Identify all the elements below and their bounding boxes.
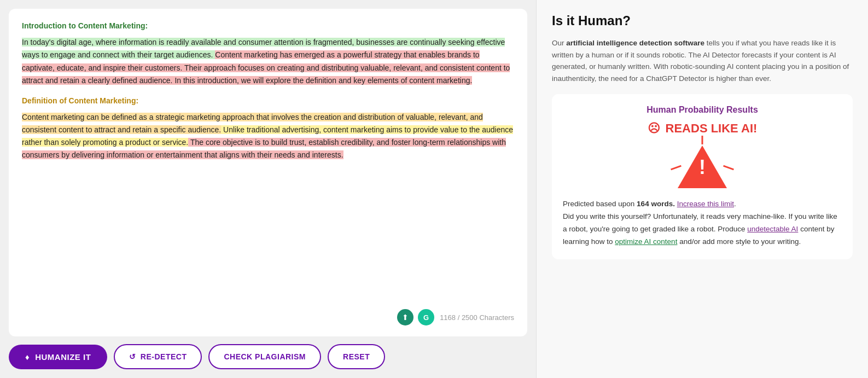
increase-limit-link[interactable]: Increase this limit xyxy=(677,200,734,208)
probability-section: Human Probability Results ☹ READS LIKE A… xyxy=(552,94,853,259)
optimize-ai-link[interactable]: optimize AI content xyxy=(615,237,677,246)
humanize-label: HUMANIZE IT xyxy=(35,352,91,362)
text-content: Introduction to Content Marketing: In to… xyxy=(22,20,514,305)
tool-icons: ⬆ G xyxy=(397,309,434,325)
check-plagiarism-button[interactable]: CHECK PLAGIARISM xyxy=(208,344,321,369)
dash-top xyxy=(702,136,703,144)
paragraph1-heading: Introduction to Content Marketing: xyxy=(22,20,514,32)
right-panel: Is it Human? Our artificial intelligence… xyxy=(536,0,868,378)
bottom-buttons: ♦ HUMANIZE IT ↺ RE-DETECT CHECK PLAGIARI… xyxy=(9,344,527,369)
plagiarism-label: CHECK PLAGIARISM xyxy=(224,352,306,361)
reads-like-ai-badge: ☹ READS LIKE AI! xyxy=(648,121,758,136)
reset-label: RESET xyxy=(343,352,370,361)
paragraph2-body: Content marketing can be defined as a st… xyxy=(22,111,514,161)
warning-triangle-wrapper: ! xyxy=(678,146,727,188)
character-count: 1168 / 2500 Characters xyxy=(440,313,514,322)
left-panel: Introduction to Content Marketing: In to… xyxy=(0,0,536,378)
robot-emoji: ☹ xyxy=(648,121,660,136)
redetect-button[interactable]: ↺ RE-DETECT xyxy=(114,344,202,369)
text-editor-container: Introduction to Content Marketing: In to… xyxy=(9,9,527,336)
char-count-row: ⬆ G 1168 / 2500 Characters xyxy=(22,309,514,325)
undetectable-ai-link[interactable]: undetectable AI xyxy=(747,225,798,233)
paragraph2-heading: Definition of Content Marketing: xyxy=(22,95,514,107)
right-title: Is it Human? xyxy=(552,13,853,28)
probability-title: Human Probability Results xyxy=(646,105,758,115)
warning-icon-container: ! xyxy=(675,142,730,191)
reads-like-ai-label: READS LIKE AI! xyxy=(666,121,758,136)
exclamation-mark: ! xyxy=(699,158,706,177)
diamond-icon: ♦ xyxy=(25,352,30,362)
reset-button[interactable]: RESET xyxy=(328,344,385,369)
humanize-button[interactable]: ♦ HUMANIZE IT xyxy=(9,345,107,369)
upload-icon[interactable]: ⬆ xyxy=(397,309,413,325)
redetect-label: RE-DETECT xyxy=(141,352,187,361)
segment-red-3: In this introduction, we will explore th… xyxy=(173,76,473,85)
redetect-icon: ↺ xyxy=(129,352,136,361)
paragraph1-body: In today's digital age, where informatio… xyxy=(22,36,514,86)
grammarly-icon[interactable]: G xyxy=(418,309,434,325)
right-description: Our artificial intelligence detection so… xyxy=(552,37,853,84)
result-description: Predicted based upon 164 words. Increase… xyxy=(563,198,842,248)
